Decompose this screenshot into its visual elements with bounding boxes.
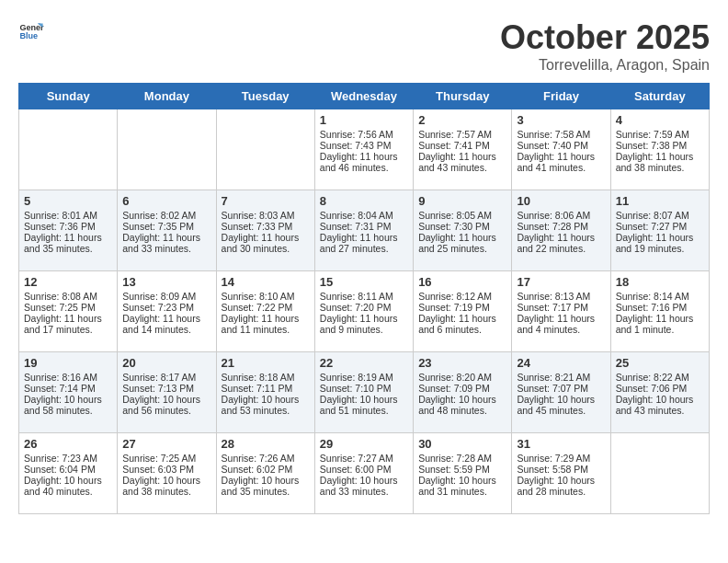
cell-info: Sunrise: 8:18 AM (222, 372, 310, 383)
calendar-cell: 10Sunrise: 8:06 AMSunset: 7:28 PMDayligh… (512, 190, 610, 271)
cell-info: Sunrise: 8:09 AM (122, 291, 210, 302)
cell-info: Sunrise: 8:11 AM (320, 291, 408, 302)
day-number: 15 (320, 275, 408, 289)
cell-info: Sunset: 7:13 PM (122, 383, 210, 394)
calendar-cell: 23Sunrise: 8:20 AMSunset: 7:09 PMDayligh… (414, 352, 512, 433)
cell-info: Daylight: 11 hours (517, 313, 605, 324)
cell-info: Daylight: 11 hours (24, 313, 112, 324)
calendar-cell: 24Sunrise: 8:21 AMSunset: 7:07 PMDayligh… (512, 352, 610, 433)
calendar-cell: 21Sunrise: 8:18 AMSunset: 7:11 PMDayligh… (216, 352, 314, 433)
day-number: 1 (320, 113, 408, 127)
weekday-header: Sunday (19, 84, 118, 109)
cell-info: Sunset: 7:17 PM (517, 302, 605, 313)
cell-info: and 33 minutes. (122, 243, 210, 254)
day-number: 13 (122, 275, 210, 289)
cell-info: and 58 minutes. (24, 405, 112, 416)
cell-info: and 33 minutes. (320, 486, 408, 497)
calendar-cell: 3Sunrise: 7:58 AMSunset: 7:40 PMDaylight… (512, 109, 610, 190)
day-number: 7 (222, 194, 310, 208)
day-number: 12 (24, 275, 112, 289)
calendar-cell: 13Sunrise: 8:09 AMSunset: 7:23 PMDayligh… (118, 271, 216, 352)
cell-info: Sunset: 7:22 PM (222, 302, 310, 313)
cell-info: Daylight: 11 hours (418, 232, 506, 243)
cell-info: Sunrise: 8:08 AM (24, 291, 112, 302)
day-number: 17 (517, 275, 605, 289)
calendar-cell (118, 109, 216, 190)
cell-info: Sunset: 7:10 PM (320, 383, 408, 394)
cell-info: Daylight: 11 hours (616, 313, 704, 324)
cell-info: and 28 minutes. (517, 486, 605, 497)
cell-info: Daylight: 11 hours (517, 232, 605, 243)
cell-info: and 38 minutes. (122, 486, 210, 497)
cell-info: Daylight: 10 hours (24, 394, 112, 405)
cell-info: Sunrise: 7:25 AM (122, 453, 210, 464)
day-number: 24 (517, 356, 605, 370)
cell-info: and 19 minutes. (616, 243, 704, 254)
cell-info: Sunrise: 8:20 AM (418, 372, 506, 383)
weekday-header-row: SundayMondayTuesdayWednesdayThursdayFrid… (19, 84, 710, 109)
calendar-cell: 14Sunrise: 8:10 AMSunset: 7:22 PMDayligh… (216, 271, 314, 352)
cell-info: Daylight: 10 hours (320, 475, 408, 486)
title-block: October 2025 Torrevelilla, Aragon, Spain (500, 18, 710, 74)
cell-info: Sunrise: 7:27 AM (320, 453, 408, 464)
weekday-header: Saturday (610, 84, 709, 109)
cell-info: Sunrise: 7:57 AM (418, 129, 506, 140)
cell-info: Sunrise: 7:23 AM (24, 453, 112, 464)
cell-info: Daylight: 11 hours (418, 151, 506, 162)
cell-info: Sunrise: 8:06 AM (517, 210, 605, 221)
cell-info: and 43 minutes. (616, 405, 704, 416)
cell-info: and 45 minutes. (517, 405, 605, 416)
cell-info: Sunrise: 7:29 AM (517, 453, 605, 464)
cell-info: and 53 minutes. (222, 405, 310, 416)
cell-info: and 41 minutes. (517, 162, 605, 173)
calendar-cell: 6Sunrise: 8:02 AMSunset: 7:35 PMDaylight… (118, 190, 216, 271)
cell-info: Daylight: 11 hours (222, 313, 310, 324)
cell-info: Daylight: 11 hours (24, 232, 112, 243)
weekday-header: Tuesday (216, 84, 314, 109)
day-number: 27 (122, 437, 210, 451)
cell-info: Daylight: 10 hours (122, 394, 210, 405)
cell-info: Sunset: 7:28 PM (517, 221, 605, 232)
cell-info: Sunrise: 8:14 AM (616, 291, 704, 302)
day-number: 3 (517, 113, 605, 127)
day-number: 10 (517, 194, 605, 208)
calendar-cell: 12Sunrise: 8:08 AMSunset: 7:25 PMDayligh… (19, 271, 118, 352)
calendar-cell: 19Sunrise: 8:16 AMSunset: 7:14 PMDayligh… (19, 352, 118, 433)
cell-info: Sunrise: 8:07 AM (616, 210, 704, 221)
calendar-cell: 25Sunrise: 8:22 AMSunset: 7:06 PMDayligh… (610, 352, 709, 433)
logo-icon: General Blue (18, 18, 44, 44)
cell-info: Daylight: 10 hours (616, 394, 704, 405)
cell-info: Daylight: 10 hours (222, 475, 310, 486)
cell-info: and 9 minutes. (320, 324, 408, 335)
calendar-cell: 22Sunrise: 8:19 AMSunset: 7:10 PMDayligh… (314, 352, 413, 433)
day-number: 22 (320, 356, 408, 370)
weekday-header: Friday (512, 84, 610, 109)
cell-info: Sunset: 7:27 PM (616, 221, 704, 232)
weekday-header: Monday (118, 84, 216, 109)
day-number: 2 (418, 113, 506, 127)
location-title: Torrevelilla, Aragon, Spain (500, 57, 710, 74)
cell-info: Sunset: 7:19 PM (418, 302, 506, 313)
cell-info: Sunset: 7:33 PM (222, 221, 310, 232)
cell-info: Sunrise: 8:10 AM (222, 291, 310, 302)
calendar-week-row: 1Sunrise: 7:56 AMSunset: 7:43 PMDaylight… (19, 109, 710, 190)
day-number: 28 (222, 437, 310, 451)
cell-info: Sunset: 7:38 PM (616, 140, 704, 151)
cell-info: and 43 minutes. (418, 162, 506, 173)
cell-info: Sunrise: 8:04 AM (320, 210, 408, 221)
day-number: 8 (320, 194, 408, 208)
cell-info: Sunrise: 8:12 AM (418, 291, 506, 302)
calendar-cell: 29Sunrise: 7:27 AMSunset: 6:00 PMDayligh… (314, 433, 413, 514)
cell-info: Sunset: 5:59 PM (418, 464, 506, 475)
day-number: 26 (24, 437, 112, 451)
cell-info: Sunset: 7:36 PM (24, 221, 112, 232)
cell-info: Sunrise: 7:28 AM (418, 453, 506, 464)
cell-info: and 38 minutes. (616, 162, 704, 173)
cell-info: Sunrise: 8:13 AM (517, 291, 605, 302)
cell-info: Sunrise: 7:58 AM (517, 129, 605, 140)
day-number: 29 (320, 437, 408, 451)
cell-info: Sunset: 7:40 PM (517, 140, 605, 151)
cell-info: Daylight: 10 hours (418, 394, 506, 405)
calendar-week-row: 5Sunrise: 8:01 AMSunset: 7:36 PMDaylight… (19, 190, 710, 271)
calendar-table: SundayMondayTuesdayWednesdayThursdayFrid… (18, 83, 710, 514)
